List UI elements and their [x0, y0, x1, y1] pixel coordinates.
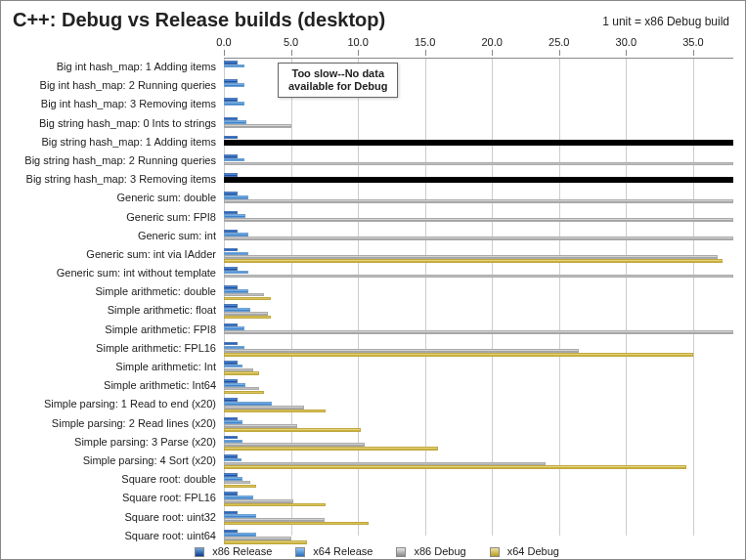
bar-x64-debug — [224, 485, 256, 489]
category-label: Simple parsing: 1 Read to end (x20) — [44, 398, 216, 409]
annotation-box: Too slow--No dataavailable for Debug — [278, 63, 398, 98]
bar-x64-debug — [224, 371, 259, 375]
category-label: Simple arithmetic: float — [108, 304, 216, 316]
bar-group — [224, 136, 733, 151]
bar-group — [224, 230, 733, 244]
axis-tick: 30.0 — [616, 36, 636, 48]
category-label: Big int hash_map: 1 Adding items — [57, 61, 216, 72]
category-label: Generic sum: FPI8 — [126, 211, 216, 223]
category-label: Generic sum: int without template — [57, 267, 216, 279]
legend-swatch — [490, 547, 500, 557]
chart-row: Simple arithmetic: FPL16 — [224, 340, 733, 359]
chart-row: Square root: double — [224, 471, 733, 490]
legend-swatch — [396, 547, 406, 557]
axis-tick: 25.0 — [549, 36, 569, 48]
overflow-bar — [224, 140, 733, 146]
legend-item: x86 Debug — [388, 545, 465, 557]
axis-tick: 15.0 — [415, 36, 435, 48]
bar-group — [224, 323, 733, 338]
chart-row: Simple arithmetic: float — [224, 302, 733, 321]
category-label: Simple parsing: 4 Sort (x20) — [83, 454, 216, 466]
bar-group — [224, 454, 733, 469]
chart-row: Generic sum: double — [224, 190, 733, 208]
bar-x64-release — [224, 83, 244, 87]
chart-row: Simple parsing: 3 Parse (x20) — [224, 434, 733, 452]
bar-x64-debug — [224, 353, 693, 357]
category-label: Big string hash_map: 0 Ints to strings — [39, 117, 216, 129]
legend: x86 Releasex64 Releasex86 Debugx64 Debug — [1, 545, 745, 557]
bar-group — [224, 379, 733, 394]
category-label: Generic sum: int via IAdder — [86, 248, 216, 260]
category-label: Simple arithmetic: double — [95, 285, 216, 297]
category-label: Big int hash_map: 2 Running queries — [40, 79, 216, 91]
category-label: Generic sum: double — [117, 192, 217, 203]
chart-row: Big string hash_map: 2 Running queries — [224, 152, 733, 171]
bar-group — [224, 173, 733, 188]
legend-item: x64 Release — [287, 545, 373, 557]
chart-row: Big string hash_map: 0 Ints to strings — [224, 115, 733, 134]
category-label: Simple parsing: 2 Read lines (x20) — [52, 417, 216, 429]
chart-row: Square root: uint64 — [224, 528, 733, 546]
category-label: Simple arithmetic: FPL16 — [96, 342, 216, 354]
overflow-bar — [224, 177, 733, 183]
category-label: Big string hash_map: 3 Removing items — [26, 173, 216, 185]
chart-row: Simple arithmetic: Int64 — [224, 377, 733, 396]
category-label: Simple arithmetic: Int64 — [104, 379, 216, 391]
bar-x86-debug — [224, 124, 291, 128]
bar-x64-debug — [224, 503, 326, 507]
bar-group — [224, 248, 733, 263]
bar-group — [224, 192, 733, 206]
plot-area: Big int hash_map: 1 Adding itemsBig int … — [224, 58, 733, 536]
bar-group — [224, 530, 733, 544]
chart-row: Generic sum: int without template — [224, 265, 733, 283]
axis-tick: 20.0 — [481, 36, 502, 48]
bar-group — [224, 473, 733, 488]
legend-swatch — [195, 547, 204, 557]
legend-item: x86 Release — [187, 545, 272, 557]
bar-x64-debug — [224, 447, 438, 451]
axis-tick: 5.0 — [284, 36, 298, 48]
chart-row: Square root: FPL16 — [224, 490, 733, 508]
axis-tick: 10.0 — [347, 36, 368, 48]
bar-group — [224, 436, 733, 451]
chart-row: Simple arithmetic: Int — [224, 359, 733, 377]
legend-swatch — [295, 547, 305, 557]
chart-row: Square root: uint32 — [224, 509, 733, 528]
bar-x86-debug — [224, 218, 733, 222]
chart-row: Simple arithmetic: double — [224, 283, 733, 302]
bar-x64-debug — [224, 522, 369, 526]
chart-row: Simple parsing: 2 Read lines (x20) — [224, 415, 733, 434]
bar-group — [224, 98, 733, 112]
category-label: Simple arithmetic: Int — [115, 361, 216, 372]
annotation-line2: available for Debug — [288, 80, 387, 93]
bar-x64-debug — [224, 540, 307, 544]
category-label: Big string hash_map: 1 Adding items — [41, 136, 216, 148]
bar-x86-debug — [224, 162, 733, 166]
chart-title: C++: Debug vs Release builds (desktop) — [13, 9, 385, 31]
chart-row: Simple parsing: 1 Read to end (x20) — [224, 396, 733, 414]
bar-group — [224, 267, 733, 281]
bar-x64-debug — [224, 391, 264, 395]
bar-group — [224, 211, 733, 226]
category-label: Square root: FPL16 — [122, 492, 216, 503]
bar-group — [224, 154, 733, 169]
bar-x64-debug — [224, 409, 326, 413]
category-label: Generic sum: int — [138, 230, 216, 241]
bar-x64-debug — [224, 465, 686, 469]
category-label: Simple parsing: 3 Parse (x20) — [74, 436, 216, 448]
bar-x64-release — [224, 102, 244, 106]
category-label: Square root: double — [121, 473, 216, 485]
bar-group — [224, 342, 733, 357]
bar-group — [224, 285, 733, 300]
bar-group — [224, 511, 733, 526]
bar-x64-release — [224, 65, 244, 68]
legend-item: x64 Debug — [482, 545, 559, 557]
category-label: Square root: uint64 — [124, 530, 216, 541]
annotation-line1: Too slow--No data — [288, 67, 387, 80]
chart-row: Big string hash_map: 1 Adding items — [224, 134, 733, 152]
bar-x86-debug — [224, 330, 733, 334]
chart-row: Big int hash_map: 3 Removing items — [224, 96, 733, 114]
axis-tick: 0.0 — [216, 36, 231, 48]
chart-row: Generic sum: FPI8 — [224, 209, 733, 228]
bar-group — [224, 361, 733, 375]
